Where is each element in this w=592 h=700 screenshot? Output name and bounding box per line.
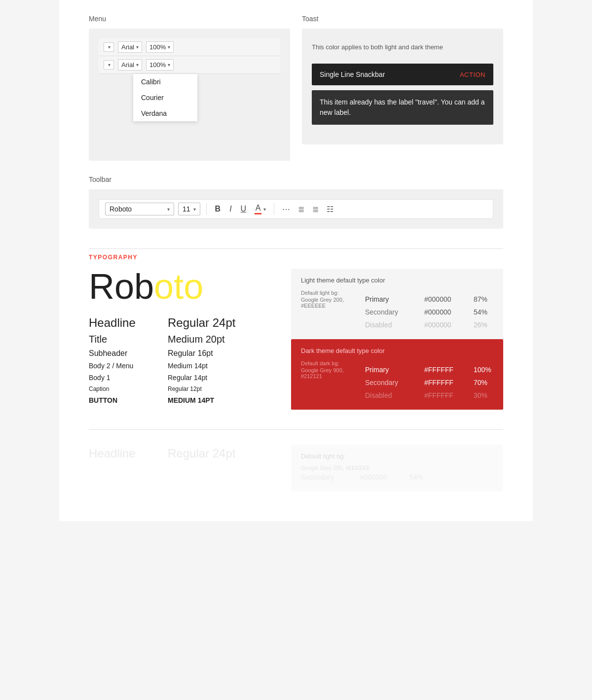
type-desc-button: MEDIUM 14PT — [168, 396, 214, 404]
editor-font-select[interactable]: Roboto ▾ — [105, 203, 174, 215]
dark-primary-pct: 100% — [474, 366, 491, 374]
bottom-bg-note: Google Grey 200, #EEEEEE — [301, 465, 493, 471]
underline-button[interactable]: U — [238, 204, 249, 214]
dark-disabled-pct: 30% — [474, 391, 487, 399]
dropdown-item-calibri[interactable]: Calibri — [133, 74, 197, 90]
type-row-headline: Headline Regular 24pt — [89, 314, 276, 332]
menu-toolbar-row-2: ▾ Arial ▾ 100% ▾ — [99, 56, 280, 74]
dark-primary-entry: Primary #FFFFFF 100% — [365, 363, 493, 376]
font-size-select-2[interactable]: 100% ▾ — [146, 59, 174, 70]
menu-toolbar-row-1: ▾ Arial ▾ 100% ▾ — [99, 38, 280, 56]
dark-theme-section: Dark theme default type color Default da… — [291, 339, 503, 410]
font-name-select-2[interactable]: Arial ▾ — [118, 59, 142, 70]
editor-size-select[interactable]: 11 ▾ — [178, 203, 200, 215]
bottom-content: Headline Regular 24pt Default light bg: … — [89, 445, 503, 491]
empty-select-arrow: ▾ — [108, 44, 111, 50]
light-bg-note-2: Google Grey 200, #EEEEEE — [301, 297, 365, 309]
font-arrow-1: ▾ — [136, 44, 139, 50]
type-name-body2: Body 2 / Menu — [89, 362, 158, 370]
bottom-secondary-pct: 54% — [409, 473, 423, 481]
type-right: Light theme default type color Default l… — [291, 269, 503, 410]
typography-heading: TYPOGRAPHY — [89, 248, 503, 261]
dropdown-item-verdana[interactable]: Verdana — [133, 105, 197, 121]
light-disabled-name: Disabled — [365, 321, 424, 329]
font-name-select-1[interactable]: Arial ▾ — [118, 41, 142, 53]
font-name-value-1: Arial — [121, 43, 134, 51]
light-disabled-pct: 26% — [474, 321, 487, 329]
light-primary-entry: Primary #000000 87% — [365, 293, 493, 306]
roboto-display: Roboto — [89, 269, 276, 304]
editor-toolbar: Roboto ▾ 11 ▾ B I U A — [99, 199, 493, 219]
dark-bg-note-2: Google Grey 900, #212121 — [301, 367, 365, 379]
font-select-empty-2[interactable]: ▾ — [104, 60, 114, 70]
toast-info-text: This color applies to both light and dar… — [312, 38, 493, 56]
color-arrow: ▾ — [263, 207, 266, 212]
align-center-button[interactable]: ≣ — [296, 204, 306, 215]
align-justify-button[interactable]: ☷ — [325, 204, 335, 215]
typography-content: Roboto Headline Regular 24pt Title Mediu… — [89, 269, 503, 410]
align-left-button[interactable]: ⋯ — [280, 204, 292, 215]
dark-primary-hex: #FFFFFF — [424, 366, 474, 374]
bold-button[interactable]: B — [213, 204, 223, 214]
dark-primary-name: Primary — [365, 366, 424, 374]
italic-button[interactable]: I — [227, 204, 234, 214]
font-select-empty-1[interactable]: ▾ — [104, 42, 114, 52]
bottom-right: Default light bg: Google Grey 200, #EEEE… — [291, 445, 503, 491]
type-row-body1: Body 1 Regular 14pt — [89, 372, 276, 384]
type-desc-caption: Regular 12pt — [168, 385, 202, 392]
size-arrow-2: ▾ — [168, 62, 170, 68]
font-size-select-1[interactable]: 100% ▾ — [146, 41, 174, 53]
dark-disabled-name: Disabled — [365, 391, 424, 399]
align-right-button[interactable]: ≣ — [310, 204, 321, 215]
type-row-body2: Body 2 / Menu Medium 14pt — [89, 360, 276, 372]
type-desc-title: Medium 20pt — [168, 334, 225, 345]
dark-bg-note-1: Default dark bg: — [301, 360, 365, 366]
editor-size-value: 11 — [183, 205, 190, 213]
light-secondary-pct: 54% — [474, 308, 487, 316]
font-size-value-2: 100% — [149, 61, 166, 69]
bottom-section: Headline Regular 24pt Default light bg: … — [89, 429, 503, 491]
roboto-black-text: Rob — [89, 267, 154, 306]
snackbar-multi: This item already has the label "travel"… — [312, 90, 493, 125]
light-theme-section: Light theme default type color Default l… — [291, 269, 503, 339]
light-theme-table: Light theme default type color Default l… — [291, 269, 503, 339]
typography-section: TYPOGRAPHY Roboto Headline Regular 24pt … — [89, 248, 503, 410]
type-name-button: BUTTON — [89, 396, 158, 404]
type-name-title: Title — [89, 334, 158, 345]
toast-panel: This color applies to both light and dar… — [302, 29, 503, 144]
size-arrow-1: ▾ — [168, 44, 170, 50]
light-secondary-hex: #000000 — [424, 308, 474, 316]
type-name-caption: Caption — [89, 385, 158, 392]
type-name-subheader: Subheader — [89, 349, 158, 358]
font-name-value-2: Arial — [121, 61, 134, 69]
type-scale-table: Headline Regular 24pt Title Medium 20pt … — [89, 314, 276, 406]
toolbar-label: Toolbar — [89, 175, 503, 183]
dark-secondary-entry: Secondary #FFFFFF 70% — [365, 376, 493, 389]
dark-disabled-entry: Disabled #FFFFFF 30% — [365, 389, 493, 402]
light-disabled-entry: Disabled #000000 26% — [365, 318, 493, 331]
type-desc-body1: Regular 14pt — [168, 374, 207, 382]
light-disabled-hex: #000000 — [424, 321, 474, 329]
dark-disabled-hex: #FFFFFF — [424, 391, 474, 399]
type-name-headline: Headline — [89, 316, 158, 330]
snackbar-action[interactable]: ACTION — [460, 71, 485, 78]
roboto-yellow-text: oto — [154, 267, 203, 306]
color-icon: A — [255, 204, 261, 214]
type-row-subheader: Subheader Regular 16pt — [89, 347, 276, 360]
bottom-type-row: Headline Regular 24pt — [89, 445, 276, 462]
light-secondary-entry: Secondary #000000 54% — [365, 306, 493, 318]
dropdown-item-courier[interactable]: Courier — [133, 90, 197, 105]
editor-size-arrow: ▾ — [193, 207, 196, 212]
light-primary-hex: #000000 — [424, 295, 474, 303]
bottom-left: Headline Regular 24pt — [89, 445, 276, 491]
type-desc-body2: Medium 14pt — [168, 362, 208, 370]
divider-2 — [274, 203, 274, 215]
bottom-headline-label: Headline — [89, 447, 158, 460]
bottom-secondary-name: Secondary — [301, 473, 360, 481]
toolbar-section: Toolbar Roboto ▾ 11 ▾ B I U — [89, 175, 503, 229]
menu-label: Menu — [89, 15, 290, 23]
color-button[interactable]: A ▾ — [253, 203, 268, 215]
light-secondary-name: Secondary — [365, 308, 424, 316]
divider-1 — [206, 203, 207, 215]
snackbar-multi-text: This item already has the label "travel"… — [320, 98, 484, 116]
